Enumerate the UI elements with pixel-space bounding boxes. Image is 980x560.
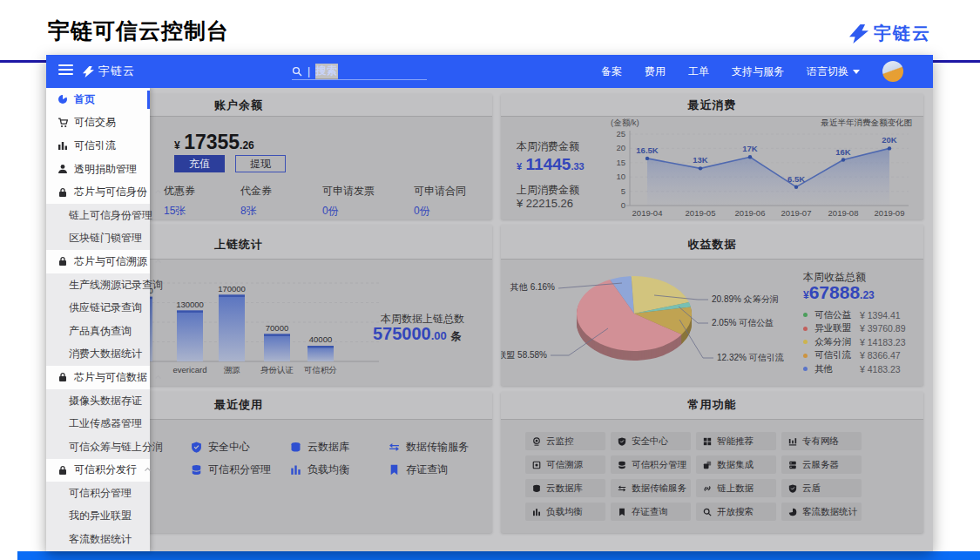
common-function-label: 云服务器 bbox=[802, 459, 839, 471]
chevron-up-icon bbox=[154, 258, 162, 266]
nav-item-label: 费用 bbox=[645, 64, 666, 79]
common-function-3[interactable]: 智能推荐 bbox=[696, 432, 776, 450]
common-function-1[interactable]: 云监控 bbox=[525, 432, 605, 450]
common-function-label: 可信积分管理 bbox=[632, 459, 686, 471]
stat-label: 可申请合同 bbox=[414, 184, 466, 199]
revenue-legend-row-5: 其他¥ 4183.23 bbox=[803, 362, 906, 376]
sidebar-item-11[interactable]: 产品真伪查询 bbox=[46, 320, 150, 343]
sidebar-item-label: 透明捐助管理 bbox=[74, 162, 137, 177]
common-function-6[interactable]: 可信积分管理 bbox=[611, 455, 691, 474]
common-function-2[interactable]: 安全中心 bbox=[611, 432, 691, 450]
sidebar-item-7[interactable]: 区块链门锁管理 bbox=[46, 227, 150, 251]
sidebar-item-15[interactable]: 工业传感器管理 bbox=[46, 412, 150, 435]
revenue-total-value: ¥67888.23 bbox=[803, 282, 875, 303]
sidebar-item-label: 可信积分管理 bbox=[69, 486, 132, 501]
svg-text:16K: 16K bbox=[835, 147, 851, 157]
common-function-label: 云数据库 bbox=[546, 482, 583, 495]
sidebar-item-5[interactable]: 芯片与可信身份 bbox=[46, 180, 150, 204]
common-function-5[interactable]: 可信溯源 bbox=[525, 455, 605, 474]
common-function-4[interactable]: 专有网络 bbox=[781, 432, 862, 450]
lock-icon bbox=[57, 465, 68, 476]
recharge-button[interactable]: 充值 bbox=[174, 155, 225, 172]
sidebar-item-10[interactable]: 供应链记录查询 bbox=[46, 296, 150, 320]
sidebar-item-2[interactable]: 可信交易 bbox=[46, 111, 150, 135]
sidebar-item-17[interactable]: 可信积分发行 bbox=[46, 459, 150, 482]
common-function-8[interactable]: 云服务器 bbox=[781, 455, 862, 474]
recent-use-item-1[interactable]: 安全中心 bbox=[191, 440, 250, 455]
recent-use-item-3[interactable]: 数据传输服务 bbox=[389, 440, 469, 455]
stat-label: 优惠券 bbox=[164, 184, 195, 199]
svg-text:evericard: evericard bbox=[172, 365, 206, 374]
svg-text:10: 10 bbox=[616, 172, 625, 181]
svg-text:20.89% 众筹分润: 20.89% 众筹分润 bbox=[712, 294, 779, 304]
svg-text:0: 0 bbox=[621, 200, 625, 210]
sidebar-item-13[interactable]: 芯片与可信数据 bbox=[46, 366, 150, 389]
nav-item-4[interactable]: 支持与服务 bbox=[732, 64, 784, 79]
shield-icon bbox=[618, 437, 626, 446]
navbar-logo-text: 宇链云 bbox=[98, 64, 135, 79]
sidebar-item-6[interactable]: 链上可信身份管理 bbox=[46, 204, 150, 227]
sidebar-item-3[interactable]: 可信引流 bbox=[46, 134, 150, 158]
svg-text:130000: 130000 bbox=[176, 300, 204, 309]
sidebar-item-19[interactable]: 我的异业联盟 bbox=[46, 505, 150, 529]
navbar-menu: 备案费用工单支持与服务语言切换 bbox=[601, 55, 933, 88]
revenue-legend-row-3: 众筹分润¥ 14183.23 bbox=[803, 335, 906, 349]
svg-text:25: 25 bbox=[616, 129, 625, 138]
nav-item-1[interactable]: 备案 bbox=[601, 64, 622, 79]
trace-icon bbox=[532, 461, 541, 469]
db-icon bbox=[290, 442, 301, 453]
sidebar-item-14[interactable]: 摄像头数据存证 bbox=[46, 389, 150, 413]
sidebar-item-8[interactable]: 芯片与可信溯源 bbox=[46, 250, 150, 273]
svg-text:2019-07: 2019-07 bbox=[781, 208, 812, 218]
withdraw-button[interactable]: 提现 bbox=[235, 155, 286, 172]
common-function-label: 负载均衡 bbox=[546, 506, 583, 518]
sidebar-item-12[interactable]: 消费大数据统计 bbox=[46, 343, 150, 367]
person-icon bbox=[57, 164, 68, 174]
common-function-7[interactable]: 数据集成 bbox=[696, 455, 776, 474]
common-function-label: 云盾 bbox=[802, 482, 821, 495]
common-function-9[interactable]: 云数据库 bbox=[525, 479, 605, 497]
nav-item-3[interactable]: 工单 bbox=[688, 64, 709, 79]
svg-text:2.05% 可信公益: 2.05% 可信公益 bbox=[712, 318, 774, 327]
balance-stat-3: 可申请发票0份 bbox=[322, 184, 375, 219]
recent-use-item-6[interactable]: 存证查询 bbox=[389, 462, 448, 477]
sidebar-item-16[interactable]: 可信众筹与链上分润 bbox=[46, 435, 150, 459]
lock-icon bbox=[57, 372, 68, 382]
common-function-16[interactable]: 客流数据统计 bbox=[781, 503, 862, 521]
navbar-logo: 宇链云 bbox=[83, 55, 135, 88]
legend-name: 可信公益 bbox=[814, 309, 860, 321]
common-function-label: 安全中心 bbox=[632, 435, 668, 448]
legend-value: ¥ 8366.47 bbox=[860, 350, 901, 361]
nav-item-2[interactable]: 费用 bbox=[645, 64, 666, 79]
search-icon bbox=[292, 66, 302, 77]
common-function-14[interactable]: 存证查询 bbox=[611, 503, 691, 521]
dashboard-content: 账户余额 ¥ 17355.26 充值 提现 优惠券15张代金券8张可申请发票0份… bbox=[46, 88, 933, 551]
sidebar-item-4[interactable]: 透明捐助管理 bbox=[46, 158, 150, 181]
legend-value: ¥ 4183.23 bbox=[860, 364, 901, 374]
coins-icon bbox=[191, 464, 202, 476]
svg-text:溯源: 溯源 bbox=[224, 365, 241, 374]
sidebar-item-label: 生产线溯源记录查询 bbox=[69, 278, 163, 293]
sidebar-item-label: 我的异业联盟 bbox=[69, 509, 132, 523]
sidebar-item-20[interactable]: 客流数据统计 bbox=[46, 528, 150, 551]
sidebar-item-9[interactable]: 生产线溯源记录查询 bbox=[46, 273, 150, 297]
menu-toggle-icon[interactable] bbox=[58, 64, 73, 78]
nav-item-5[interactable]: 语言切换 bbox=[807, 64, 860, 79]
svg-text:40000: 40000 bbox=[309, 334, 332, 344]
common-function-11[interactable]: 链上数据 bbox=[696, 479, 776, 497]
common-function-10[interactable]: 数据传输服务 bbox=[611, 479, 691, 497]
panel-common-functions: 常用功能 云监控安全中心智能推荐专有网络可信溯源可信积分管理数据集成云服务器云数… bbox=[501, 392, 923, 533]
common-function-15[interactable]: 开放搜索 bbox=[696, 503, 776, 521]
search-input[interactable]: | 搜索 bbox=[292, 63, 427, 80]
user-avatar[interactable] bbox=[882, 61, 903, 82]
common-function-13[interactable]: 负载均衡 bbox=[525, 503, 605, 521]
sidebar-item-18[interactable]: 可信积分管理 bbox=[46, 482, 150, 505]
recent-use-item-2[interactable]: 云数据库 bbox=[290, 440, 349, 455]
recent-use-item-4[interactable]: 可信积分管理 bbox=[191, 462, 271, 477]
recent-use-item-5[interactable]: 负载均衡 bbox=[290, 462, 349, 477]
common-function-12[interactable]: 云盾 bbox=[781, 479, 862, 497]
sidebar-item-1[interactable]: 首页 bbox=[46, 88, 150, 111]
sidebar-item-label: 首页 bbox=[74, 92, 95, 107]
revenue-legend-row-2: 异业联盟¥ 39760.89 bbox=[803, 322, 906, 336]
chevron-up-icon bbox=[154, 188, 162, 196]
